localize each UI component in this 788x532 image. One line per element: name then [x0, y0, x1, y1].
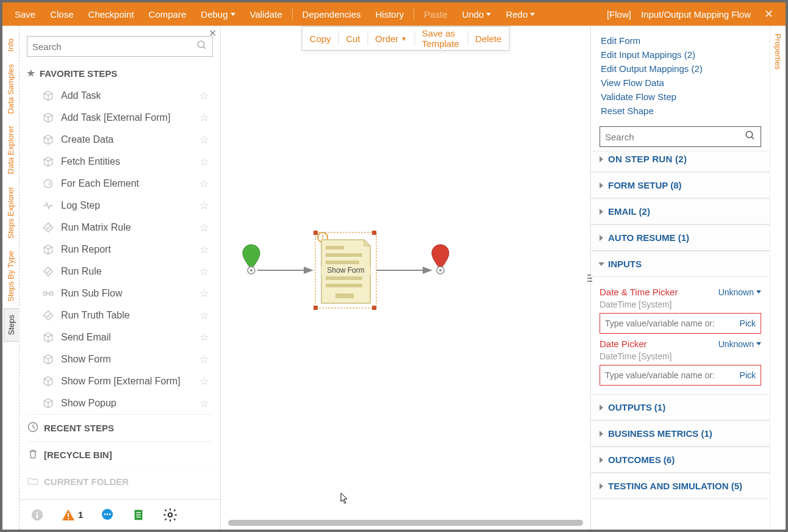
step-item[interactable]: Show Form☆	[27, 348, 213, 370]
cube-icon	[41, 89, 55, 102]
favorite-star-icon[interactable]: ☆	[199, 353, 209, 366]
tab-data-explorer[interactable]: Data Explorer	[4, 120, 18, 180]
step-item[interactable]: Fetch Entities☆	[27, 151, 213, 173]
panel-close-icon[interactable]: ✕	[209, 27, 217, 39]
tab-steps-by-type[interactable]: Steps By Type	[4, 245, 18, 308]
left-vertical-tabs: Info Data Samples Data Explorer Steps Ex…	[2, 26, 20, 530]
section-form-setup[interactable]: FORM SETUP (8)	[591, 172, 770, 198]
history-button[interactable]: History	[368, 9, 412, 20]
gear-icon[interactable]	[162, 507, 178, 523]
svg-point-2	[44, 179, 52, 187]
edit-output-mappings-link[interactable]: Edit Output Mappings (2)	[601, 63, 760, 74]
document-icon[interactable]	[132, 508, 145, 522]
favorite-star-icon[interactable]: ☆	[199, 309, 209, 322]
input-value-field[interactable]	[605, 318, 737, 328]
step-item[interactable]: Run Sub Flow☆	[27, 282, 213, 304]
end-node[interactable]	[432, 245, 449, 274]
validate-button[interactable]: Validate	[243, 9, 290, 20]
undo-button[interactable]: Undo	[455, 9, 499, 20]
section-outputs[interactable]: OUTPUTS (1)	[591, 394, 770, 420]
chevron-right-icon	[600, 156, 603, 162]
view-flow-data-link[interactable]: View Flow Data	[601, 77, 760, 88]
step-item[interactable]: For Each Element☆	[27, 173, 213, 195]
edit-form-link[interactable]: Edit Form	[601, 35, 760, 46]
tab-properties[interactable]: Properties	[770, 26, 786, 77]
step-item[interactable]: Show Form [External Form]☆	[27, 370, 213, 392]
section-email[interactable]: EMAIL (2)	[591, 198, 770, 225]
section-auto-resume[interactable]: AUTO RESUME (1)	[591, 225, 770, 251]
debug-button[interactable]: Debug	[193, 9, 242, 20]
validate-flow-step-link[interactable]: Validate Flow Step	[601, 91, 760, 102]
svg-point-7	[37, 511, 38, 513]
compare-button[interactable]: Compare	[141, 9, 194, 20]
steps-search[interactable]	[27, 36, 213, 57]
favorite-star-icon[interactable]: ☆	[199, 331, 209, 344]
search-input[interactable]	[32, 41, 196, 52]
input-value-box[interactable]: Pick	[600, 365, 761, 386]
svg-rect-3	[44, 292, 47, 295]
input-status-dropdown[interactable]: Unknown	[718, 287, 761, 297]
step-item[interactable]: Log Step☆	[27, 195, 213, 217]
favorite-star-icon[interactable]: ☆	[199, 375, 209, 388]
top-toolbar: Save Close Checkpoint Compare Debug Vali…	[2, 2, 786, 26]
properties-search[interactable]	[600, 126, 761, 147]
horizontal-scrollbar[interactable]	[228, 520, 583, 526]
tab-data-samples[interactable]: Data Samples	[4, 58, 18, 120]
step-item[interactable]: Show Popup☆	[27, 392, 213, 414]
step-item[interactable]: Add Task [External Form]☆	[27, 107, 213, 129]
paste-button[interactable]: Paste	[417, 9, 454, 20]
tab-info[interactable]: Info	[4, 32, 18, 58]
step-item[interactable]: Create Data☆	[27, 129, 213, 151]
section-inputs[interactable]: INPUTS	[591, 251, 770, 277]
step-item[interactable]: Run Truth Table☆	[27, 304, 213, 326]
step-item[interactable]: Run Matrix Rule☆	[27, 217, 213, 239]
favorite-star-icon[interactable]: ☆	[199, 287, 209, 300]
flow-canvas[interactable]: Copy Cut Order ▼ Save as Template Delete	[221, 26, 590, 530]
reset-shape-link[interactable]: Reset Shape	[601, 105, 760, 117]
pick-link[interactable]: Pick	[740, 370, 756, 380]
save-button[interactable]: Save	[7, 9, 43, 20]
input-value-field[interactable]	[605, 370, 737, 380]
recycle-bin-heading[interactable]: [RECYCLE BIN]	[27, 441, 213, 468]
current-folder-heading[interactable]: CURRENT FOLDER	[27, 468, 213, 495]
close-button[interactable]: Close	[43, 9, 81, 20]
info-dot-icon[interactable]	[30, 508, 44, 522]
section-outcomes[interactable]: OUTCOMES (6)	[591, 447, 770, 473]
show-form-node[interactable]: ! Show Form	[313, 231, 376, 310]
warning-icon[interactable]: 1	[61, 508, 83, 522]
favorite-star-icon[interactable]: ☆	[199, 221, 209, 234]
favorite-star-icon[interactable]: ☆	[199, 111, 209, 124]
favorite-star-icon[interactable]: ☆	[199, 133, 209, 146]
recent-steps-heading[interactable]: RECENT STEPS	[27, 414, 213, 441]
favorite-star-icon[interactable]: ☆	[199, 265, 209, 278]
checkpoint-button[interactable]: Checkpoint	[81, 9, 141, 20]
section-on-step-run[interactable]: ON STEP RUN (2)	[591, 151, 770, 172]
step-item[interactable]: Run Report☆	[27, 239, 213, 261]
close-icon[interactable]: ✕	[761, 7, 777, 21]
favorite-star-icon[interactable]: ☆	[199, 199, 209, 212]
input-label: Date & Time Picker	[600, 287, 678, 297]
section-business-metrics[interactable]: BUSINESS METRICS (1)	[591, 420, 770, 447]
tab-steps-explorer[interactable]: Steps Explorer	[4, 181, 18, 245]
step-item[interactable]: Add Task☆	[27, 85, 213, 107]
chevron-right-icon	[600, 404, 603, 411]
redo-button[interactable]: Redo	[498, 9, 542, 20]
step-item[interactable]: Send Email☆	[27, 326, 213, 348]
edit-input-mappings-link[interactable]: Edit Input Mappings (2)	[601, 49, 760, 60]
input-status-dropdown[interactable]: Unknown	[718, 339, 761, 349]
favorite-star-icon[interactable]: ☆	[199, 243, 209, 256]
start-node[interactable]	[243, 245, 260, 274]
section-testing[interactable]: TESTING AND SIMULATION (5)	[591, 473, 770, 499]
action-links: Edit Form Edit Input Mappings (2) Edit O…	[591, 26, 770, 123]
favorite-star-icon[interactable]: ☆	[199, 89, 209, 102]
pick-link[interactable]: Pick	[740, 318, 756, 328]
chat-icon[interactable]	[100, 508, 115, 522]
tab-steps[interactable]: Steps	[4, 308, 18, 342]
step-item[interactable]: Run Rule☆	[27, 261, 213, 282]
favorite-star-icon[interactable]: ☆	[199, 177, 209, 190]
favorite-star-icon[interactable]: ☆	[199, 397, 209, 410]
properties-search-input[interactable]	[605, 132, 745, 142]
favorite-star-icon[interactable]: ☆	[199, 155, 209, 168]
dependencies-button[interactable]: Dependencies	[295, 9, 368, 20]
input-value-box[interactable]: Pick	[600, 313, 761, 334]
